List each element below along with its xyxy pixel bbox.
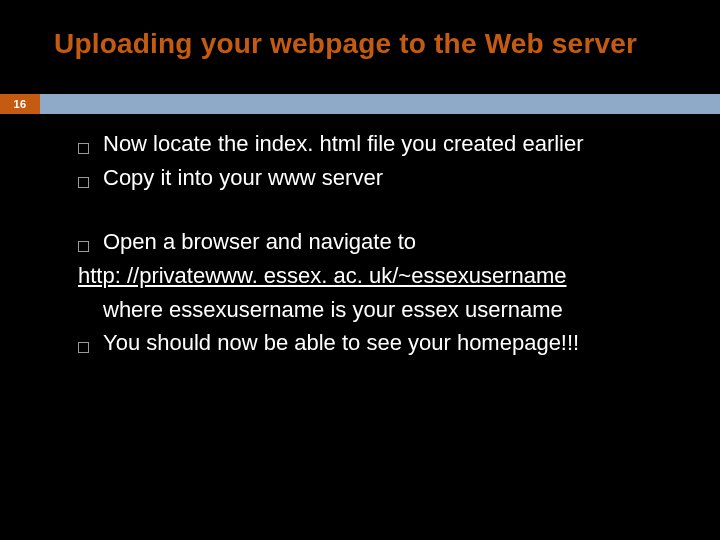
list-item: Now locate the index. html file you crea… bbox=[78, 128, 672, 160]
bullet-text: Open a browser and navigate to bbox=[103, 226, 672, 258]
slide-content: Now locate the index. html file you crea… bbox=[78, 128, 672, 361]
bullet-text: Copy it into your www server bbox=[103, 162, 672, 194]
list-item: Copy it into your www server bbox=[78, 162, 672, 194]
square-bullet-icon bbox=[78, 177, 89, 188]
slide-title: Uploading your webpage to the Web server bbox=[54, 28, 680, 60]
square-bullet-icon bbox=[78, 143, 89, 154]
list-item: Open a browser and navigate to bbox=[78, 226, 672, 258]
bullet-text: You should now be able to see your homep… bbox=[103, 327, 672, 359]
link-line: http: //privatewww. essex. ac. uk/~essex… bbox=[78, 260, 672, 292]
slide: Uploading your webpage to the Web server… bbox=[0, 0, 720, 540]
sub-line: where essexusername is your essex userna… bbox=[103, 294, 672, 326]
square-bullet-icon bbox=[78, 342, 89, 353]
bullet-text: Now locate the index. html file you crea… bbox=[103, 128, 672, 160]
list-item: You should now be able to see your homep… bbox=[78, 327, 672, 359]
spacer bbox=[78, 196, 672, 226]
url-link[interactable]: http: //privatewww. essex. ac. uk/~essex… bbox=[78, 263, 567, 288]
page-number-badge: 16 bbox=[0, 94, 40, 114]
square-bullet-icon bbox=[78, 241, 89, 252]
accent-bar-fill bbox=[40, 94, 720, 114]
accent-bar: 16 bbox=[0, 94, 720, 114]
